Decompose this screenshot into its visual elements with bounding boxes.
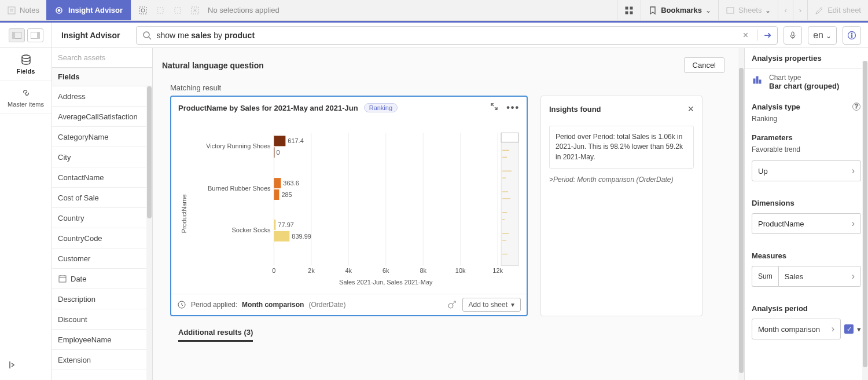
bookmarks-button[interactable]: Bookmarks — [641, 0, 718, 20]
svg-rect-26 — [851, 35, 852, 38]
scrollbar[interactable] — [738, 48, 744, 380]
svg-rect-12 — [626, 7, 628, 9]
list-item[interactable]: EmployeeName — [52, 330, 152, 350]
bar-chart-icon — [752, 74, 763, 85]
svg-text:Socker Socks: Socker Socks — [231, 226, 270, 233]
more-icon[interactable]: ••• — [506, 103, 520, 113]
voice-button[interactable] — [784, 26, 802, 45]
svg-text:363.6: 363.6 — [283, 180, 299, 187]
svg-rect-8 — [175, 8, 181, 13]
svg-rect-63 — [274, 136, 285, 146]
scrollbar[interactable] — [146, 86, 152, 380]
clear-search-icon[interactable]: × — [743, 30, 748, 41]
parameters-section: Parameters — [745, 126, 868, 144]
collapse-nav[interactable] — [0, 352, 52, 380]
svg-rect-23 — [792, 32, 794, 36]
svg-text:839.99: 839.99 — [292, 233, 311, 240]
list-item[interactable]: AverageCallSatisfaction — [52, 107, 152, 127]
calendar-icon — [58, 274, 67, 283]
info-icon — [847, 31, 856, 40]
list-item[interactable]: CountryCode — [52, 228, 152, 249]
scrollbar[interactable] — [862, 61, 868, 380]
clock-icon — [177, 300, 186, 309]
list-item[interactable]: Address — [52, 86, 152, 107]
chart-type-row[interactable]: Chart type Bar chart (grouped) — [745, 69, 868, 95]
top-bar: Notes Insight Advisor No selections appl… — [0, 0, 868, 21]
svg-rect-79 — [753, 79, 755, 83]
trend-chip[interactable]: Up — [752, 160, 861, 181]
explore-icon[interactable] — [447, 300, 457, 309]
svg-rect-14 — [626, 12, 628, 14]
step-fwd-icon[interactable] — [173, 6, 182, 15]
list-item[interactable]: Description — [52, 289, 152, 309]
svg-rect-68 — [274, 178, 281, 188]
chart-title: ProductName by Sales for 2021-May and 20… — [178, 104, 358, 112]
list-item[interactable]: Country — [52, 208, 152, 228]
svg-text:?: ? — [855, 103, 859, 109]
chart-footer: Period applied: Month comparison (OrderD… — [171, 294, 527, 315]
list-item[interactable]: City — [52, 147, 152, 167]
favorable-trend-label: Favorable trend — [745, 144, 868, 157]
toggle-right-panel[interactable] — [27, 28, 43, 42]
measure-chip[interactable]: Sum Sales — [752, 266, 861, 287]
svg-text:10k: 10k — [455, 267, 466, 274]
additional-results-tab[interactable]: Additional results (3) — [178, 328, 253, 342]
svg-rect-0 — [8, 7, 15, 14]
app-grid-button[interactable] — [617, 0, 641, 20]
add-to-sheet-button[interactable]: Add to sheet ▾ — [462, 298, 521, 312]
svg-rect-7 — [157, 8, 163, 13]
expand-icon[interactable] — [490, 103, 498, 113]
sheet-next[interactable]: › — [793, 0, 807, 20]
cancel-button[interactable]: Cancel — [684, 57, 724, 73]
list-item[interactable]: Extension — [52, 350, 152, 370]
list-item[interactable]: Cost of Sale — [52, 188, 152, 208]
edit-sheet-button[interactable]: Edit sheet — [807, 0, 868, 20]
svg-point-4 — [58, 9, 60, 12]
svg-text:617.4: 617.4 — [288, 137, 303, 144]
sheets-icon — [726, 6, 735, 15]
lang-select[interactable]: en — [808, 26, 837, 45]
close-icon[interactable]: × — [687, 103, 694, 115]
sheets-label: Sheets — [738, 6, 762, 14]
search-input[interactable]: show me sales by product × ➜ — [136, 26, 778, 45]
nav-fields[interactable]: Fields — [0, 48, 52, 81]
caret-down-icon[interactable]: ▾ — [857, 325, 861, 334]
period-chip[interactable]: Month comparison — [752, 319, 841, 339]
svg-point-25 — [851, 33, 852, 34]
svg-rect-80 — [756, 76, 758, 83]
chevron-down-icon — [826, 30, 832, 41]
list-item[interactable]: Discount — [52, 309, 152, 330]
fields-search[interactable]: Search assets — [52, 48, 152, 68]
header: Insight Advisor show me sales by product… — [0, 23, 868, 48]
list-item[interactable]: Date — [52, 269, 152, 289]
svg-text:Sales 2021-Jun, Sales 2021-May: Sales 2021-Jun, Sales 2021-May — [339, 279, 433, 286]
svg-rect-18 — [12, 32, 15, 39]
list-item[interactable]: Customer — [52, 249, 152, 269]
period-checkbox[interactable]: ✓ — [844, 324, 854, 334]
step-back-icon[interactable] — [156, 6, 165, 15]
list-item[interactable]: CategoryName — [52, 127, 152, 147]
insight-subtext: >Period: Month comparison (OrderDate) — [549, 176, 694, 184]
notes-label: Notes — [20, 6, 39, 14]
properties-title: Analysis properties — [745, 48, 868, 69]
tab-notes[interactable]: Notes — [0, 0, 46, 20]
smart-search-icon[interactable] — [138, 6, 148, 15]
sheets-button[interactable]: Sheets — [718, 0, 778, 20]
clear-sel-icon[interactable] — [190, 6, 200, 15]
help-icon[interactable]: ? — [852, 102, 861, 111]
submit-search-icon[interactable]: ➜ — [757, 30, 771, 41]
page-title: Insight Advisor — [52, 31, 129, 40]
dimension-chip[interactable]: ProductName — [752, 213, 861, 234]
matching-result-label: Matching result — [170, 83, 724, 92]
list-item[interactable]: ContactName — [52, 167, 152, 188]
svg-text:2k: 2k — [308, 267, 315, 274]
nav-master-items[interactable]: Master items — [0, 81, 52, 114]
toggle-left-panel[interactable] — [9, 28, 25, 42]
link-icon — [20, 87, 32, 98]
info-button[interactable] — [843, 26, 861, 45]
svg-rect-5 — [139, 7, 146, 14]
svg-rect-20 — [37, 32, 40, 39]
svg-rect-29 — [59, 276, 66, 282]
tab-insight-advisor[interactable]: Insight Advisor — [46, 0, 131, 20]
sheet-prev[interactable]: ‹ — [778, 0, 792, 20]
